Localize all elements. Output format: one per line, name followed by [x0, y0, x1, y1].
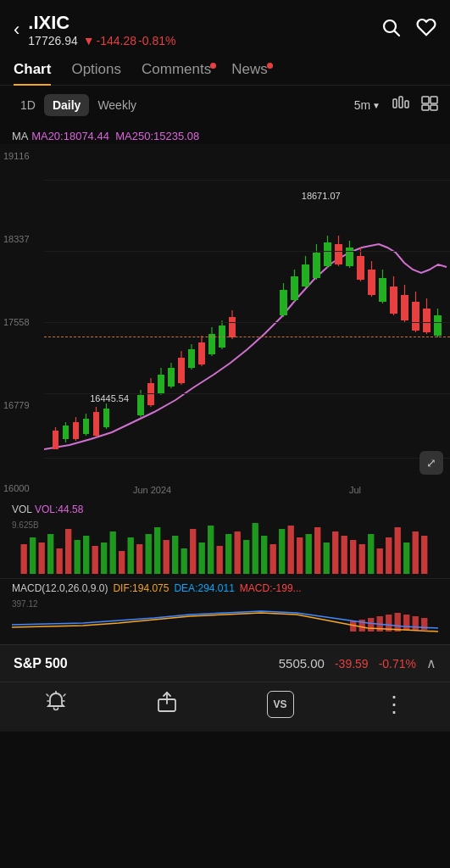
- chart-type-icon-1[interactable]: [392, 96, 409, 115]
- svg-rect-80: [101, 542, 107, 574]
- svg-rect-87: [164, 540, 169, 574]
- ticker-info: .IXIC 17726.94 ▼ -144.28 -0.81%: [28, 12, 175, 47]
- watchlist-icon[interactable]: [416, 17, 436, 42]
- y-label-4: 16779: [3, 400, 41, 410]
- svg-rect-124: [413, 616, 419, 630]
- svg-rect-73: [39, 542, 45, 574]
- tab-news[interactable]: News: [231, 61, 268, 85]
- svg-rect-106: [332, 531, 338, 574]
- svg-rect-112: [386, 537, 392, 574]
- grid-line-5: [44, 458, 450, 459]
- more-icon: ⋮: [383, 692, 406, 718]
- tab-bar: Chart Options Comments News: [0, 56, 450, 86]
- svg-rect-115: [413, 531, 419, 574]
- svg-rect-84: [136, 544, 142, 574]
- svg-rect-77: [75, 540, 81, 574]
- ticker-symbol: .IXIC: [28, 12, 175, 34]
- sp500-price: 5505.00: [279, 656, 325, 670]
- svg-rect-119: [368, 618, 374, 632]
- svg-rect-117: [350, 621, 356, 632]
- news-notification-dot: [267, 63, 273, 69]
- ma20-value: MA20:18074.44: [31, 130, 112, 142]
- nav-alerts-button[interactable]: [45, 691, 67, 718]
- svg-rect-110: [368, 534, 374, 574]
- y-label-2: 18337: [3, 234, 41, 244]
- period-weekly[interactable]: Weekly: [89, 94, 145, 116]
- macd-header: MACD(12.0,26.0,9.0) DIF:194.075 DEA:294.…: [0, 579, 450, 598]
- svg-rect-79: [92, 546, 98, 574]
- svg-rect-108: [350, 540, 356, 574]
- candlestick-chart[interactable]: 19116 18337 17558 16779 16000: [0, 144, 450, 500]
- svg-rect-4: [405, 101, 408, 108]
- expand-chart-button[interactable]: ⤢: [419, 451, 443, 475]
- tab-options[interactable]: Options: [71, 61, 121, 85]
- volume-bars-svg: [12, 519, 438, 574]
- grid-line-3: [44, 322, 450, 323]
- ticker-arrow: ▼: [83, 34, 95, 47]
- price-annotation-high: 18671.07: [302, 191, 341, 201]
- nav-more-button[interactable]: ⋮: [383, 692, 406, 718]
- macd-value: MACD:-199...: [240, 582, 302, 594]
- volume-chart: 9.625B: [0, 519, 450, 578]
- y-axis-labels: 19116 18337 17558 16779 16000: [0, 144, 44, 500]
- volume-section: VOL VOL:44.58 9.625B: [0, 500, 450, 578]
- alerts-icon: [45, 691, 67, 718]
- comments-notification-dot: [210, 63, 216, 69]
- svg-rect-89: [181, 548, 187, 574]
- grid-line-1: [44, 180, 450, 181]
- svg-rect-71: [21, 544, 27, 574]
- svg-rect-81: [110, 531, 116, 574]
- macd-chart: 397.12: [0, 598, 450, 644]
- period-1d[interactable]: 1D: [12, 94, 44, 116]
- svg-rect-90: [190, 529, 196, 574]
- tab-comments[interactable]: Comments: [142, 61, 211, 85]
- svg-rect-102: [297, 537, 303, 574]
- tab-chart[interactable]: Chart: [14, 61, 51, 85]
- svg-rect-75: [57, 548, 63, 574]
- back-button[interactable]: ‹: [14, 19, 19, 41]
- x-label-jun: Jun 2024: [133, 485, 171, 495]
- ticker-pct: -0.81%: [138, 34, 175, 47]
- svg-rect-7: [422, 105, 429, 110]
- svg-rect-8: [431, 105, 437, 110]
- header-left: ‹ .IXIC 17726.94 ▼ -144.28 -0.81%: [14, 12, 175, 47]
- svg-line-127: [47, 694, 48, 696]
- grid-line-2: [44, 251, 450, 252]
- vs-icon: VS: [267, 691, 294, 718]
- svg-rect-101: [288, 526, 294, 574]
- nav-share-button[interactable]: [156, 691, 178, 718]
- svg-rect-111: [377, 548, 383, 574]
- ticker-price: 17726.94: [28, 34, 77, 47]
- x-axis-labels: Jun 2024 Jul: [44, 485, 450, 495]
- y-label-1: 19116: [3, 151, 41, 161]
- ma250-value: MA250:15235.08: [113, 130, 200, 142]
- period-daily[interactable]: Daily: [44, 94, 89, 116]
- svg-rect-91: [199, 542, 205, 574]
- share-icon: [156, 691, 178, 718]
- sp500-ticker-bar[interactable]: S&P 500 5505.00 -39.59 -0.71% ∧: [0, 644, 450, 682]
- y-label-3: 17558: [3, 317, 41, 327]
- search-icon[interactable]: [381, 17, 401, 42]
- svg-rect-82: [119, 551, 125, 574]
- candles-svg: [44, 144, 450, 481]
- sp500-expand-chevron[interactable]: ∧: [426, 655, 436, 671]
- macd-dif: DIF:194.075: [113, 582, 169, 594]
- chart-type-icon-2[interactable]: [421, 96, 438, 115]
- svg-rect-5: [422, 97, 429, 103]
- ma-indicator-line: MA MA20:18074.44 MA250:15235.08: [0, 125, 450, 144]
- ticker-change: ▼ -144.28 -0.81%: [83, 34, 176, 47]
- svg-rect-76: [65, 529, 71, 574]
- svg-rect-88: [172, 536, 178, 574]
- period-right: 5m ▼: [354, 96, 438, 115]
- svg-rect-107: [342, 536, 347, 574]
- vol-y-label: 9.625B: [12, 520, 39, 530]
- svg-rect-83: [128, 537, 134, 574]
- svg-rect-93: [217, 546, 223, 574]
- ticker-change-value: -144.28: [97, 34, 136, 47]
- sp500-name: S&P 500: [14, 656, 269, 671]
- nav-vs-button[interactable]: VS: [267, 691, 294, 718]
- svg-rect-123: [403, 615, 409, 630]
- interval-selector[interactable]: 5m ▼: [354, 98, 381, 112]
- volume-value: VOL:44.58: [35, 504, 83, 515]
- expand-icon: ⤢: [426, 456, 436, 470]
